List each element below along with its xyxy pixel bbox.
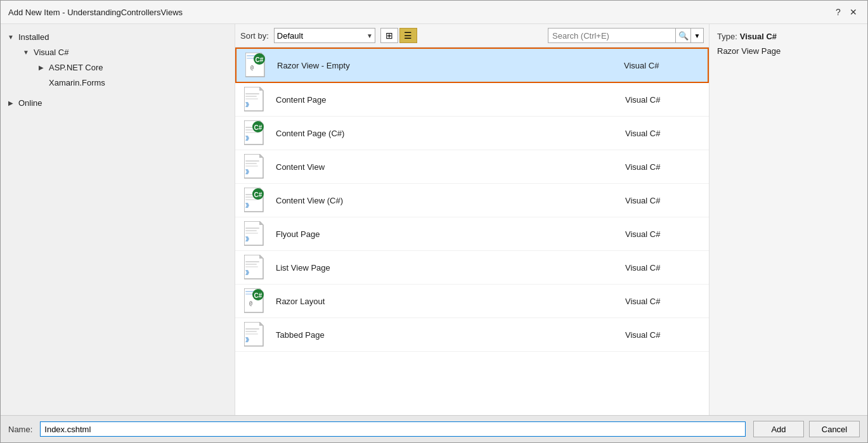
svg-text:C#: C# xyxy=(254,292,262,299)
item-type: Visual C# xyxy=(624,61,700,70)
item-icon xyxy=(243,154,268,179)
svg-rect-25 xyxy=(245,165,258,167)
list-item[interactable]: C# @ Razor View - Empty Visual C# xyxy=(235,48,709,83)
list-item[interactable]: C# @ Razor Layout Visual C# xyxy=(235,285,709,318)
installed-toggle-icon: ▼ xyxy=(6,32,16,42)
toolbar: Sort by: Default Name (A-Z) Name (Z-A) ▼… xyxy=(235,24,709,48)
svg-rect-43 xyxy=(245,261,259,262)
type-value: Visual C# xyxy=(740,32,777,41)
sidebar-xamarin-forms-label: Xamarin.Forms xyxy=(49,78,105,87)
svg-marker-42 xyxy=(259,255,263,259)
item-name: Content View (C#) xyxy=(276,196,625,205)
svg-rect-38 xyxy=(245,230,257,231)
sort-by-label: Sort by: xyxy=(240,31,269,41)
svg-rect-56 xyxy=(245,328,259,330)
list-item[interactable]: Content View Visual C# xyxy=(235,150,709,184)
dialog-title: Add New Item - UnderstandingControllersV… xyxy=(8,8,183,17)
name-input[interactable] xyxy=(40,421,746,437)
sidebar: ▼ Installed ▼ Visual C# ▶ ASP.NET Core ▶… xyxy=(1,24,235,415)
aspnet-core-toggle-icon: ▶ xyxy=(36,62,46,72)
list-item[interactable]: Content Page Visual C# xyxy=(235,83,709,117)
cancel-button[interactable]: Cancel xyxy=(809,421,860,437)
item-icon: C# xyxy=(243,188,268,213)
svg-text:@: @ xyxy=(249,300,252,306)
svg-text:C#: C# xyxy=(254,191,262,198)
svg-marker-36 xyxy=(259,221,263,225)
item-name: Tabbed Page xyxy=(276,330,625,340)
help-button[interactable]: ? xyxy=(832,6,845,18)
item-type: Visual C# xyxy=(625,196,701,205)
sort-select[interactable]: Default Name (A-Z) Name (Z-A) xyxy=(274,28,375,43)
item-type: Visual C# xyxy=(625,129,701,138)
title-bar: Add New Item - UnderstandingControllersV… xyxy=(1,1,867,24)
title-controls: ? ✕ xyxy=(832,6,860,18)
sidebar-item-aspnet-core[interactable]: ▶ ASP.NET Core xyxy=(1,60,235,75)
grid-view-button[interactable]: ⊞ xyxy=(380,28,398,43)
item-name: Content Page xyxy=(276,95,625,105)
main-content: Sort by: Default Name (A-Z) Name (Z-A) ▼… xyxy=(235,24,709,415)
svg-rect-39 xyxy=(245,233,258,234)
dialog-body: ▼ Installed ▼ Visual C# ▶ ASP.NET Core ▶… xyxy=(1,24,867,415)
search-icon-button[interactable]: 🔍 xyxy=(675,29,690,42)
item-type: Visual C# xyxy=(625,95,701,105)
info-panel: Type: Visual C# Razor View Page xyxy=(709,24,867,415)
bottom-bar: Name: Add Cancel xyxy=(1,415,867,442)
item-icon xyxy=(243,322,268,347)
search-box: 🔍 ▼ xyxy=(548,28,704,43)
svg-rect-11 xyxy=(245,98,258,100)
list-item[interactable]: Tabbed Page Visual C# xyxy=(235,318,709,352)
list-item[interactable]: Flyout Page Visual C# xyxy=(235,217,709,251)
list-item[interactable]: C# Content View (C#) Visual C# xyxy=(235,184,709,217)
add-new-item-dialog: Add New Item - UnderstandingControllersV… xyxy=(0,0,868,443)
svg-marker-8 xyxy=(259,87,263,91)
svg-rect-45 xyxy=(245,266,258,267)
list-item[interactable]: C# Content Page (C#) Visual C# xyxy=(235,117,709,150)
sort-by-wrapper: Default Name (A-Z) Name (Z-A) ▼ xyxy=(274,28,375,43)
item-name: Content Page (C#) xyxy=(276,129,625,138)
item-name: Razor Layout xyxy=(276,297,625,306)
svg-rect-10 xyxy=(245,96,257,97)
item-list: C# @ Razor View - Empty Visual C# Conten… xyxy=(235,48,709,415)
search-dropdown-button[interactable]: ▼ xyxy=(690,29,703,42)
sidebar-installed-label: Installed xyxy=(18,32,49,42)
svg-text:C#: C# xyxy=(256,56,264,63)
item-type: Visual C# xyxy=(625,297,701,306)
item-type: Visual C# xyxy=(625,263,701,273)
item-icon xyxy=(243,87,268,112)
item-icon: C# @ xyxy=(243,288,268,314)
item-name: Content View xyxy=(276,162,625,172)
svg-text:C#: C# xyxy=(254,124,262,131)
item-type: Visual C# xyxy=(625,162,701,172)
info-description: Razor View Page xyxy=(717,46,860,56)
svg-rect-9 xyxy=(245,93,259,94)
sidebar-aspnet-core-label: ASP.NET Core xyxy=(49,63,103,72)
action-buttons: Add Cancel xyxy=(753,421,860,437)
sidebar-online-label: Online xyxy=(18,98,42,108)
svg-rect-23 xyxy=(245,160,259,162)
svg-marker-22 xyxy=(259,154,263,158)
svg-rect-37 xyxy=(245,228,259,229)
list-item[interactable]: List View Page Visual C# xyxy=(235,251,709,285)
sidebar-item-xamarin-forms[interactable]: ▶ Xamarin.Forms xyxy=(1,75,235,90)
sidebar-item-visual-csharp[interactable]: ▼ Visual C# xyxy=(1,44,235,60)
add-button[interactable]: Add xyxy=(753,421,804,437)
type-label: Type: xyxy=(717,32,737,41)
item-icon: C# xyxy=(243,120,268,146)
name-label: Name: xyxy=(8,425,32,434)
svg-text:@: @ xyxy=(250,65,254,70)
online-toggle-icon: ▶ xyxy=(6,98,16,108)
svg-rect-58 xyxy=(245,333,258,335)
list-view-button[interactable]: ☰ xyxy=(399,28,417,43)
visual-csharp-toggle-icon: ▼ xyxy=(21,47,31,57)
type-row: Type: Visual C# xyxy=(717,32,860,41)
item-type: Visual C# xyxy=(625,229,701,239)
item-icon: C# @ xyxy=(244,53,269,78)
svg-rect-24 xyxy=(245,163,257,164)
item-type: Visual C# xyxy=(625,330,701,340)
item-name: Razor View - Empty xyxy=(277,61,624,70)
search-input[interactable] xyxy=(548,29,675,42)
sidebar-item-installed[interactable]: ▼ Installed xyxy=(1,29,235,44)
close-button[interactable]: ✕ xyxy=(847,6,860,18)
sidebar-item-online[interactable]: ▶ Online xyxy=(1,95,235,110)
item-icon xyxy=(243,221,268,247)
